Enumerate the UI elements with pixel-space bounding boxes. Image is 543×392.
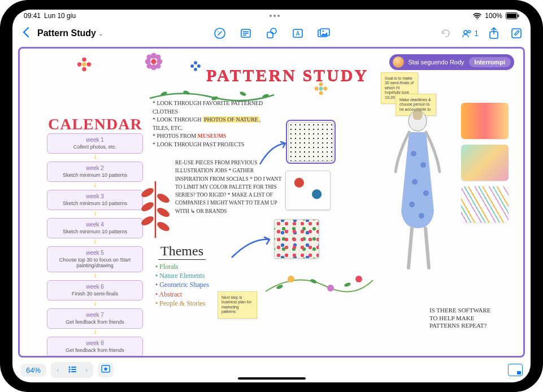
svg-point-56 [420,162,426,168]
svg-point-69 [68,369,70,371]
svg-point-32 [155,63,160,68]
svg-point-35 [194,68,197,71]
multitask-dots-icon[interactable] [270,15,280,17]
svg-point-37 [197,64,201,68]
svg-point-33 [194,65,197,67]
week-box[interactable]: week 1Collect photos, etc. [47,133,143,154]
follow-text: Stai seguendo Rody [409,59,464,66]
svg-point-66 [344,282,351,288]
list-item: Geometric Shapes [155,280,209,289]
svg-point-31 [147,63,152,68]
svg-point-55 [411,151,416,156]
media-tool-button[interactable] [316,26,331,41]
svg-text:A: A [296,31,299,37]
svg-point-28 [157,59,162,64]
svg-point-21 [82,67,86,71]
themes-list: Florals Nature Elements Geometric Shapes… [155,262,209,308]
svg-point-41 [239,91,246,97]
svg-rect-18 [512,29,521,38]
dress-illustration[interactable] [386,108,449,278]
color-swatch[interactable] [461,103,509,139]
svg-point-27 [145,59,151,64]
week-box[interactable]: week 5Choose top 30 to focus on Start pa… [47,246,143,272]
prev-scene-button[interactable]: ‹ [52,363,64,377]
avatar [393,56,404,68]
collaborators-button[interactable]: 1 [461,28,479,39]
svg-point-46 [315,87,319,91]
svg-point-71 [68,371,70,373]
board-title-dropdown[interactable]: Pattern Study ⌄ [37,28,103,38]
flower-icon [144,52,163,71]
svg-point-29 [147,55,152,60]
pattern-tile[interactable] [285,171,331,210]
svg-point-62 [327,285,334,291]
svg-point-50 [140,201,155,213]
sticky-note[interactable]: Next step is business plan for marketing… [218,291,257,319]
week-box[interactable]: week 7Get feedback from friends [47,308,143,329]
svg-rect-1 [507,14,516,18]
board-title-text: Pattern Study [37,28,96,38]
svg-point-58 [423,190,429,196]
wifi-icon [473,13,481,19]
board-canvas[interactable]: Stai seguendo Rody Interrompi PATTERN ST… [18,47,525,358]
week-box[interactable]: week 2Sketch minimum 10 patterns [47,162,143,182]
svg-point-39 [183,90,190,95]
chevron-down-icon: ⌄ [98,31,103,37]
svg-point-65 [310,278,317,285]
flower-vine-icon [263,269,376,303]
svg-point-16 [468,31,471,33]
battery-icon [506,12,519,19]
svg-point-25 [151,53,157,59]
shape-tool-button[interactable] [264,26,279,41]
week-box[interactable]: week 8Get feedback from friends [47,337,143,357]
svg-point-14 [322,31,324,32]
stop-following-button[interactable]: Interrompi [469,57,511,67]
week-box[interactable]: week 6Finish 30 semi-finals [47,280,143,300]
svg-point-60 [419,213,424,219]
undo-button[interactable] [438,26,453,41]
share-button[interactable] [486,26,501,41]
svg-point-26 [151,64,157,70]
color-swatch[interactable] [461,186,509,223]
svg-point-52 [140,215,155,227]
pen-tool-button[interactable] [212,26,227,41]
handwritten-question: IS THERE SOFTWARE TO HELP MAKE PATTERNS … [429,307,497,330]
status-date: Lun 10 giu [44,12,76,20]
svg-point-63 [355,276,362,282]
minimap-button[interactable] [508,364,523,376]
scenes-list-button[interactable] [64,363,81,377]
sticky-note-tool-button[interactable] [238,26,253,41]
back-button[interactable] [19,26,33,41]
list-item: Florals [155,262,209,271]
svg-point-24 [151,59,156,64]
svg-point-51 [156,206,171,219]
svg-point-20 [82,58,86,62]
toolbar: Pattern Study ⌄ A 1 [12,22,531,45]
flower-icon [189,60,202,72]
svg-point-19 [82,62,86,66]
svg-point-59 [409,202,415,207]
zoom-level-button[interactable]: 64% [20,364,46,377]
text-tool-button[interactable]: A [290,26,305,41]
list-item: Abstract [155,290,209,299]
svg-point-67 [68,367,70,368]
svg-rect-2 [518,15,519,18]
svg-point-43 [319,87,323,91]
pattern-tile[interactable] [274,219,319,259]
battery-percent: 100% [485,12,502,20]
svg-point-47 [323,87,327,91]
color-swatch[interactable] [461,145,509,181]
week-box[interactable]: week 3Sketch minimum 10 patterns [47,190,143,210]
home-indicator[interactable] [238,377,306,380]
favorite-scene-button[interactable] [98,363,114,377]
svg-point-48 [140,186,155,199]
svg-rect-70 [71,369,76,370]
svg-point-61 [288,276,294,282]
new-board-button[interactable] [509,26,524,41]
next-scene-button[interactable]: › [81,363,93,377]
list-item: People & Stories [155,299,209,308]
svg-point-30 [155,55,160,60]
week-box[interactable]: week 4Sketch minimum 10 patterns [47,218,143,238]
pattern-tile-selected[interactable] [288,122,333,162]
svg-rect-72 [71,371,76,372]
